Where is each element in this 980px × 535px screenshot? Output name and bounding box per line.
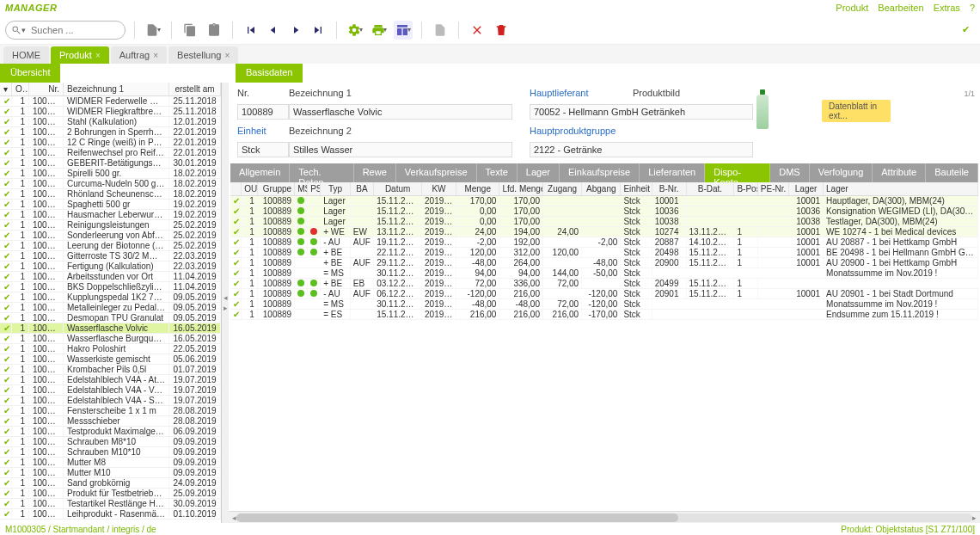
detail-tab-lager[interactable]: Lager: [518, 163, 560, 182]
list-item[interactable]: ✔1100903Wasserkiste gemischt05.06.2019: [0, 354, 221, 365]
detail-col-header[interactable]: Lfd. Menge: [499, 182, 543, 195]
menu-produkt[interactable]: Produkt: [836, 3, 868, 13]
list-item[interactable]: ✔1100886Kupplungspedal 1K2 721 323 B09.0…: [0, 292, 221, 303]
last-icon[interactable]: [309, 21, 328, 40]
list-item[interactable]: ✔1100868Spirelli 500 gr.18.02.2019: [0, 169, 221, 179]
list-item[interactable]: ✔1100884Arbeitsstunden vor Ort11.04.2019: [0, 272, 221, 282]
table-row[interactable]: ✔1100889= MS30.11.20192019/4894,0094,001…: [230, 268, 978, 279]
list-item[interactable]: ✔1100933Schrauben M8*1009.09.2019: [0, 437, 221, 447]
delete-button[interactable]: [492, 21, 511, 40]
menu-bearbeiten[interactable]: Bearbeiten: [878, 3, 923, 13]
lbl-hpg[interactable]: Hauptproduktgruppe: [530, 126, 753, 136]
list-item[interactable]: ✔1100889Wasserflasche Volvic16.05.2019: [0, 323, 221, 334]
tab-home[interactable]: HOME: [3, 46, 49, 64]
detail-col-header[interactable]: KW: [422, 182, 456, 195]
detail-tab-rewe[interactable]: Rewe: [354, 163, 396, 182]
list-item[interactable]: ✔1100927Fensterscheibe 1 x 1 m28.08.2019: [0, 406, 221, 416]
list-item[interactable]: ✔110086412 C Ringe (weiß) in Polybeutel …: [0, 138, 221, 148]
close-record-button[interactable]: [468, 21, 487, 40]
detail-tab-tech-daten[interactable]: Tech. Daten: [290, 163, 353, 182]
col-filter-icon[interactable]: ▾: [0, 83, 12, 95]
detail-tab-einkaufspreise[interactable]: Einkaufspreise: [560, 163, 640, 182]
detail-col-header[interactable]: B-Nr.: [652, 182, 687, 195]
list-item[interactable]: ✔1100885BKS Doppelschließzylinder11.04.2…: [0, 282, 221, 292]
detail-col-header[interactable]: B-Dat.: [687, 182, 735, 195]
detail-col-header[interactable]: Abgang: [582, 182, 621, 195]
print-button[interactable]: ▾: [370, 21, 389, 40]
first-icon[interactable]: [242, 21, 260, 40]
copy-button[interactable]: [181, 21, 199, 40]
list-item[interactable]: ✔1100943Testartikel Restlänge Holzbrett3…: [0, 499, 221, 509]
close-icon[interactable]: ×: [153, 51, 158, 60]
detail-col-header[interactable]: BA: [351, 182, 374, 195]
table-row[interactable]: ✔1100889+ BEAUF29.11.20192019/48-48,0026…: [230, 258, 978, 268]
list-item[interactable]: ✔1100871Rhönland Scheunenschinken 50...1…: [0, 189, 221, 200]
list-item[interactable]: ✔1100866GEBERIT-Betätigungsplatte 200 F3…: [0, 158, 221, 169]
list-item[interactable]: ✔1100940Sand grobkörnig24.09.2019: [0, 478, 221, 489]
left-grid[interactable]: ✔1100859WIDMER Federwelle mit Kugellag..…: [0, 96, 221, 523]
list-item[interactable]: ✔1100862Stahl (Kalkulation)12.01.2019: [0, 117, 221, 127]
export-button[interactable]: [431, 21, 450, 40]
detail-tab-lieferanten[interactable]: Lieferanten: [640, 163, 705, 182]
col-nr[interactable]: Nr.: [29, 83, 64, 95]
tab-auftrag[interactable]: Auftrag×: [111, 46, 167, 64]
list-item[interactable]: ✔1100870Curcuma-Nudeln 500 gr Spirelli-.…: [0, 179, 221, 189]
list-item[interactable]: ✔1100934Schrauben M10*1009.09.2019: [0, 447, 221, 458]
left-subtab-uebersicht[interactable]: Übersicht: [0, 64, 60, 83]
prev-icon[interactable]: [264, 21, 283, 40]
detail-col-header[interactable]: B-Pos.: [734, 182, 757, 195]
list-item[interactable]: ✔1100897Hakro Poloshirt22.05.2019: [0, 344, 221, 354]
next-icon[interactable]: [286, 21, 305, 40]
search-input[interactable]: [29, 24, 115, 36]
detail-col-header[interactable]: Gruppe: [258, 182, 295, 195]
tab-bestellung[interactable]: Bestellung×: [168, 46, 238, 64]
datenblatt-badge[interactable]: Datenblatt in ext...: [822, 100, 891, 122]
detail-tab-texte[interactable]: Texte: [477, 163, 518, 182]
table-row[interactable]: ✔1100889Lager15.11.20192019/460,00170,00…: [230, 206, 978, 217]
detail-tab-attribute[interactable]: Attribute: [873, 163, 926, 182]
detail-col-header[interactable]: Datum: [374, 182, 422, 195]
detail-col-header[interactable]: Typ: [321, 182, 351, 195]
list-item[interactable]: ✔1100883Fertigung (Kalkulation)22.03.201…: [0, 261, 221, 272]
field-einheit[interactable]: Stck: [237, 142, 289, 157]
list-item[interactable]: ✔1100877Reinigungsleistungen25.02.2019: [0, 220, 221, 231]
detail-tab-dispo-konto[interactable]: Dispo-Konto: [705, 163, 770, 182]
list-item[interactable]: ✔1100875Hausmacher Leberwurst 400g19.02.…: [0, 210, 221, 220]
list-item[interactable]: ✔1100887Metalleinleger zu Pedal 1K2 721 …: [0, 303, 221, 313]
table-row[interactable]: ✔1100889+ WEEW13.11.20192019/4624,00194,…: [230, 227, 978, 237]
detail-col-header[interactable]: [230, 182, 242, 195]
table-row[interactable]: ✔1100889Lager15.11.20192019/46170,00170,…: [230, 196, 978, 206]
table-row[interactable]: ✔1100889- AUAUF06.12.20192019/49-120,002…: [230, 289, 978, 299]
list-item[interactable]: ✔1100888Desmopan TPU Granulat09.05.2019: [0, 313, 221, 323]
list-item[interactable]: ✔1100928Messschieber28.08.2019: [0, 416, 221, 427]
field-hauptlieferant[interactable]: 70052 - Hellmann GmbH Getränkeh: [530, 104, 753, 120]
list-item[interactable]: ✔1100942Produkt für Testbetriebsmittel25…: [0, 489, 221, 499]
list-item[interactable]: ✔1100859WIDMER Federwelle mit Kugellag..…: [0, 96, 221, 107]
detail-tab-verfolgung[interactable]: Verfolgung: [810, 163, 873, 182]
table-row[interactable]: ✔1100889= ES15.11.20192019/46216,00216,0…: [230, 310, 978, 320]
list-item[interactable]: ✔1100891Wasserflasche Burgquelle16.05.20…: [0, 334, 221, 344]
col-oe[interactable]: OE: [12, 83, 29, 95]
detail-col-header[interactable]: Menge: [456, 182, 500, 195]
detail-col-header[interactable]: PE-Nr.: [758, 182, 789, 195]
list-item[interactable]: ✔11008632 Bohrungen in Sperrholzzuschnit…: [0, 127, 221, 138]
layout-button[interactable]: ▾: [394, 21, 413, 40]
tab-produkt[interactable]: Produkt×: [51, 46, 109, 64]
list-item[interactable]: ✔1100924Edelstahlblech V4A - Varianten19…: [0, 385, 221, 396]
table-row[interactable]: ✔1100889- AUAUF19.11.20192019/47-2,00192…: [230, 237, 978, 248]
detail-tab-dms[interactable]: DMS: [770, 163, 809, 182]
detail-col-header[interactable]: MS: [295, 182, 308, 195]
list-item[interactable]: ✔1100929Testprodukt Maximalgewicht06.09.…: [0, 427, 221, 437]
search-box[interactable]: ▾: [5, 21, 126, 40]
list-item[interactable]: ✔1100935Mutter M809.09.2019: [0, 458, 221, 468]
list-item[interactable]: ✔1100922Krombacher Pils 0,5l01.07.2019: [0, 365, 221, 375]
list-item[interactable]: ✔1100860WIDMER Fliegkraftbremse25.11.201…: [0, 107, 221, 117]
lbl-hauptlieferant[interactable]: Hauptlieferant: [530, 88, 633, 98]
list-item[interactable]: ✔1100873Spaghetti 500 gr19.02.2019: [0, 200, 221, 210]
detail-col-header[interactable]: OU: [242, 182, 258, 195]
list-item[interactable]: ✔1100878Sonderleerung von Abfallbehälter…: [0, 231, 221, 241]
table-row[interactable]: ✔1100889+ BE22.11.20192019/47120,00312,0…: [230, 248, 978, 258]
list-item[interactable]: ✔1100936Mutter M1009.09.2019: [0, 468, 221, 478]
list-item[interactable]: ✔1100882Gitterroste TS 30/2 MW 31/31 ver…: [0, 251, 221, 261]
lbl-einheit[interactable]: Einheit: [237, 126, 289, 136]
